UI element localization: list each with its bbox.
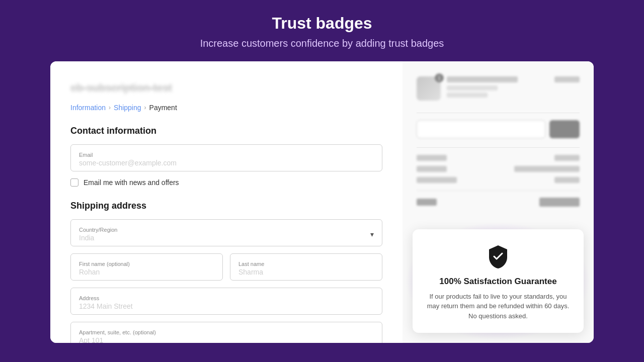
email-field[interactable]: Email some-customer@example.com <box>70 144 382 171</box>
subtotal-row <box>417 155 580 161</box>
shipping-section: Shipping address Country/Region India ▾ … <box>70 201 382 343</box>
country-form-group: Country/Region India ▾ <box>70 219 382 246</box>
last-name-field[interactable]: Last name Sharma <box>230 253 382 281</box>
order-item: 1 <box>417 76 580 101</box>
email-label: Email <box>79 152 374 158</box>
page-header: Trust badges Increase customers confiden… <box>0 0 644 61</box>
shipping-row <box>417 166 580 172</box>
apt-form-group: Apartment, suite, etc. (optional) Apt 10… <box>70 322 382 343</box>
breadcrumb-sep-2: › <box>144 104 146 111</box>
shipping-label-blurred <box>417 166 447 172</box>
divider-2 <box>417 147 580 148</box>
newsletter-checkbox[interactable] <box>70 178 78 187</box>
breadcrumb-information[interactable]: Information <box>70 104 106 112</box>
coupon-apply-button[interactable] <box>549 120 580 138</box>
address-value: 1234 Main Street <box>79 302 133 310</box>
country-select[interactable]: Country/Region India ▾ <box>70 219 382 246</box>
breadcrumb: Information › Shipping › Payment <box>70 104 382 112</box>
right-panel: 1 <box>403 61 594 343</box>
coupon-input[interactable] <box>417 120 545 138</box>
apt-field[interactable]: Apartment, suite, etc. (optional) Apt 10… <box>70 322 382 343</box>
page-subtitle: Increase customers confidence by adding … <box>10 38 634 49</box>
shipping-section-title: Shipping address <box>70 201 382 211</box>
page-title: Trust badges <box>10 14 634 33</box>
apt-label: Apartment, suite, etc. (optional) <box>79 329 374 335</box>
trust-badge-title: 100% Satisfaction Guarantee <box>425 277 572 287</box>
country-arrow-icon: ▾ <box>370 230 374 238</box>
product-quantity-badge: 1 <box>435 73 444 82</box>
main-container: cb-subscription-test Information › Shipp… <box>50 61 594 343</box>
country-value: India <box>79 234 94 242</box>
name-row: First name (optional) Rohan Last name Sh… <box>70 253 382 281</box>
trust-badge-description: If our products fail to live to your sta… <box>425 292 572 321</box>
breadcrumb-shipping[interactable]: Shipping <box>114 104 141 112</box>
newsletter-label: Email me with news and offers <box>84 178 179 187</box>
address-label: Address <box>79 295 374 301</box>
coupon-row <box>417 120 580 138</box>
divider-1 <box>417 113 580 113</box>
product-details <box>447 76 548 98</box>
total-row <box>417 190 580 214</box>
breadcrumb-payment: Payment <box>149 104 177 112</box>
email-value: some-customer@example.com <box>79 159 177 167</box>
subtotal-label-blurred <box>417 155 447 161</box>
taxes-value-blurred <box>554 177 580 183</box>
product-image: 1 <box>417 76 441 101</box>
subtotal-value-blurred <box>554 155 580 161</box>
product-price-blurred <box>554 76 580 82</box>
trust-badge-wrapper: 100% Satisfaction Guarantee If our produ… <box>413 229 584 333</box>
first-name-value: Rohan <box>79 268 100 276</box>
left-panel: cb-subscription-test Information › Shipp… <box>50 61 403 343</box>
product-sku-blurred <box>447 93 488 98</box>
breadcrumb-sep-1: › <box>109 104 111 111</box>
last-name-value: Sharma <box>238 268 263 276</box>
newsletter-row: Email me with news and offers <box>70 178 382 187</box>
product-name-blurred <box>447 76 518 82</box>
address-form-group: Address 1234 Main Street <box>70 288 382 315</box>
address-field[interactable]: Address 1234 Main Street <box>70 288 382 315</box>
email-form-group: Email some-customer@example.com <box>70 144 382 171</box>
country-label: Country/Region <box>79 227 117 233</box>
taxes-label-blurred <box>417 177 457 183</box>
shield-check-icon <box>485 243 511 269</box>
shipping-value-blurred <box>514 166 580 172</box>
product-variant-blurred <box>447 85 498 90</box>
contact-section-title: Contact information <box>70 126 382 136</box>
apt-value: Apt 101 <box>79 336 103 343</box>
last-name-label: Last name <box>238 261 374 267</box>
total-value-blurred <box>539 198 580 207</box>
first-name-field[interactable]: First name (optional) Rohan <box>70 253 223 281</box>
trust-badge-card: 100% Satisfaction Guarantee If our produ… <box>413 229 584 333</box>
total-label-blurred <box>417 199 437 206</box>
store-name: cb-subscription-test <box>70 81 382 95</box>
taxes-row <box>417 177 580 183</box>
first-name-label: First name (optional) <box>79 261 214 267</box>
price-rows <box>417 155 580 183</box>
